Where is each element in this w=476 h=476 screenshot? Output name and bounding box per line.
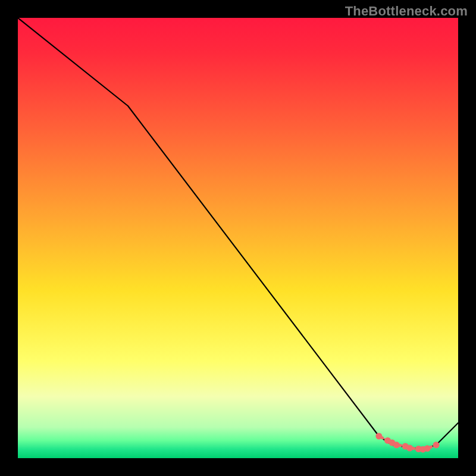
highlight-dot xyxy=(433,441,440,448)
plot-area xyxy=(18,18,458,458)
watermark-label: TheBottleneck.com xyxy=(345,4,468,19)
chart-stage: TheBottleneck.com xyxy=(0,0,476,476)
gradient-background xyxy=(18,18,458,458)
chart-svg xyxy=(18,18,458,458)
